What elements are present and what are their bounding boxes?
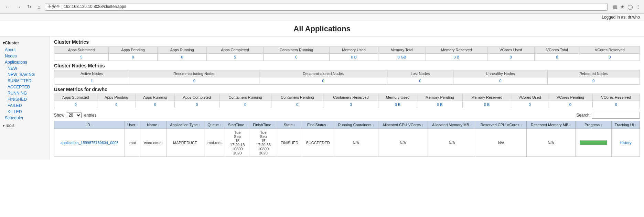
- sidebar-item-submitted[interactable]: SUBMITTED: [3, 78, 50, 84]
- data-table-header[interactable]: Queue ↕: [204, 121, 225, 129]
- sidebar-item-accepted[interactable]: ACCEPTED: [3, 84, 50, 90]
- user-metric-value: 0 B: [462, 101, 511, 108]
- sidebar-cluster-toggle[interactable]: ▾Cluster: [0, 39, 50, 47]
- data-table-header[interactable]: Reserved Memory MB ↕: [526, 121, 575, 129]
- data-table-header[interactable]: Tracking UI ↕: [612, 121, 640, 129]
- user-metric-header: Apps Running: [136, 94, 174, 101]
- data-table-header[interactable]: StartTime ↕: [225, 121, 250, 129]
- data-table-header[interactable]: Application Type ↕: [166, 121, 204, 129]
- user-metric-header: Containers Reserved: [323, 94, 378, 101]
- table-cell: root: [125, 129, 140, 157]
- data-table-header[interactable]: Running Containers ↕: [334, 121, 378, 129]
- entries-select[interactable]: 10202550100: [67, 112, 82, 118]
- sort-arrows-icon: ↕: [245, 123, 247, 127]
- data-table-header[interactable]: FinishTime ↕: [250, 121, 277, 129]
- cluster-metrics-title: Cluster Metrics: [54, 39, 640, 45]
- sort-arrows-icon: ↕: [601, 123, 602, 127]
- table-cell: N/A: [428, 129, 476, 157]
- sidebar: ▾Cluster About Nodes Applications NEW NE…: [0, 36, 50, 160]
- page-header: All Applications: [0, 21, 644, 36]
- table-row: application_1599875789604_0005rootword c…: [54, 129, 640, 157]
- user-metric-value: 0 B: [378, 101, 417, 108]
- cluster-metric-value: 0: [109, 54, 158, 61]
- cluster-metric-header: Memory Used: [330, 46, 378, 54]
- address-bar[interactable]: [45, 3, 608, 11]
- data-table-header[interactable]: FinalStatus ↕: [302, 121, 334, 129]
- table-cell: application_1599875789604_0005: [54, 129, 125, 157]
- data-table-header[interactable]: User ↕: [125, 121, 140, 129]
- sidebar-item-failed[interactable]: FAILED: [3, 102, 50, 109]
- profile-icon: ◯: [627, 4, 633, 10]
- user-metric-header: Apps Submitted: [54, 94, 97, 101]
- sidebar-item-finished[interactable]: FINISHED: [3, 96, 50, 102]
- sidebar-item-killed[interactable]: KILLED: [3, 109, 50, 115]
- data-table-header[interactable]: Name ↕: [140, 121, 166, 129]
- table-cell: root.root: [204, 129, 225, 157]
- data-table-header[interactable]: Progress ↕: [576, 121, 612, 129]
- table-cell: TueSep1517:29:13+08002020: [225, 129, 250, 157]
- cluster-metric-header: Memory Reserved: [426, 46, 487, 54]
- table-cell: SUCCEEDED: [302, 129, 334, 157]
- cluster-nodes-metrics-table: Active NodesDecommissioning NodesDecommi…: [54, 70, 640, 85]
- cluster-metric-value: 5: [54, 54, 109, 61]
- table-cell: N/A: [334, 129, 378, 157]
- data-table-header[interactable]: Reserved CPU VCores ↕: [476, 121, 526, 129]
- cluster-metric-header: VCores Total: [534, 46, 580, 54]
- sort-arrows-icon: ↕: [373, 123, 374, 127]
- user-metric-header: Memory Pending: [417, 94, 462, 101]
- progress-bar: [580, 140, 607, 145]
- data-table-header[interactable]: ID ↕: [54, 121, 125, 129]
- cluster-node-metric-value: 0: [129, 77, 259, 85]
- cluster-metric-value: 0: [487, 54, 534, 61]
- progress-bar-fill: [580, 141, 607, 145]
- data-table-header[interactable]: Allocated CPU VCores ↕: [378, 121, 428, 129]
- cluster-metric-header: Apps Completed: [207, 46, 263, 54]
- cluster-metric-header: Containers Running: [263, 46, 329, 54]
- cluster-metric-value: 0 B: [426, 54, 487, 61]
- browser-chrome: ← → ↻ ⌂ ▩ ★ ◯ ⋮: [0, 0, 644, 14]
- page-title: All Applications: [0, 24, 644, 33]
- user-metric-value: 0: [323, 101, 378, 108]
- sidebar-item-nodes[interactable]: Nodes: [0, 53, 50, 59]
- content-area: Cluster Metrics Apps SubmittedApps Pendi…: [50, 36, 644, 160]
- user-metric-value: 0: [97, 101, 136, 108]
- user-metric-header: VCores Pending: [548, 94, 592, 101]
- cluster-metric-header: VCores Reserved: [580, 46, 640, 54]
- cluster-metrics-table: Apps SubmittedApps PendingApps RunningAp…: [54, 46, 640, 61]
- sidebar-item-about[interactable]: About: [0, 47, 50, 53]
- sidebar-item-new[interactable]: NEW: [3, 65, 50, 72]
- sidebar-item-scheduler[interactable]: Scheduler: [0, 115, 50, 121]
- sidebar-item-running[interactable]: RUNNING: [3, 90, 50, 96]
- sidebar-app-subnav: NEW NEW_SAVING SUBMITTED ACCEPTED RUNNIN…: [0, 65, 50, 115]
- cast-icon: ▩: [613, 4, 618, 10]
- app-id-link[interactable]: application_1599875789604_0005: [61, 141, 119, 145]
- cluster-metric-value: 0: [158, 54, 207, 61]
- user-metrics-title: User Metrics for dr.who: [54, 87, 640, 92]
- reload-button[interactable]: ↻: [25, 3, 33, 10]
- sort-arrows-icon: ↕: [422, 123, 423, 127]
- cluster-node-metric-header: Decommissioned Nodes: [259, 70, 387, 77]
- cluster-metric-value: 8: [534, 54, 580, 61]
- sidebar-item-new-saving[interactable]: NEW_SAVING: [3, 72, 50, 78]
- user-metric-value: 0: [548, 101, 592, 108]
- table-cell: History: [612, 129, 640, 157]
- forward-button[interactable]: →: [14, 3, 23, 10]
- table-cell: N/A: [476, 129, 526, 157]
- sidebar-item-applications[interactable]: Applications: [0, 59, 50, 65]
- sidebar-tools-toggle[interactable]: ▸Tools: [0, 121, 50, 129]
- cluster-node-metric-header: Lost Nodes: [387, 70, 453, 77]
- user-metric-value: 0 B: [417, 101, 462, 108]
- sort-arrows-icon: ↕: [294, 123, 296, 127]
- table-controls: Show 10202550100 entries Search:: [54, 112, 640, 119]
- sort-arrows-icon: ↕: [635, 123, 637, 127]
- tracking-ui-link[interactable]: History: [620, 141, 631, 145]
- data-table-header[interactable]: State ↕: [277, 121, 302, 129]
- search-input[interactable]: [592, 112, 640, 119]
- cluster-node-metric-header: Unhealthy Nodes: [453, 70, 547, 77]
- cluster-nodes-metrics-title: Cluster Nodes Metrics: [54, 63, 640, 68]
- table-cell: FINISHED: [277, 129, 302, 157]
- home-button[interactable]: ⌂: [36, 3, 42, 10]
- data-table-header[interactable]: Allocated Memory MB ↕: [428, 121, 476, 129]
- cluster-node-metric-value: 0: [387, 77, 453, 85]
- back-button[interactable]: ←: [3, 3, 12, 10]
